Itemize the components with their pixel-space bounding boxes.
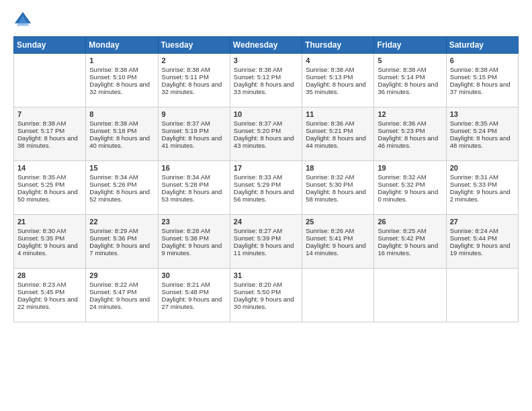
calendar-week-row: 28 Sunrise: 8:23 AM Sunset: 5:45 PM Dayl… bbox=[14, 269, 519, 322]
sunset-text: Sunset: 5:23 PM bbox=[378, 127, 425, 134]
daylight-text: Daylight: 8 hours and 41 minutes. bbox=[162, 134, 222, 149]
calendar-cell: 17 Sunrise: 8:33 AM Sunset: 5:29 PM Dayl… bbox=[230, 161, 302, 215]
sunset-text: Sunset: 5:33 PM bbox=[450, 181, 497, 188]
calendar-table: SundayMondayTuesdayWednesdayThursdayFrid… bbox=[13, 36, 519, 322]
calendar-cell: 16 Sunrise: 8:34 AM Sunset: 5:28 PM Dayl… bbox=[158, 161, 230, 215]
logo bbox=[13, 11, 35, 30]
daylight-text: Daylight: 8 hours and 32 minutes. bbox=[89, 81, 150, 95]
calendar-cell: 24 Sunrise: 8:27 AM Sunset: 5:39 PM Dayl… bbox=[230, 215, 302, 269]
daylight-text: Daylight: 9 hours and 4 minutes. bbox=[17, 242, 78, 257]
calendar-week-row: 14 Sunrise: 8:35 AM Sunset: 5:25 PM Dayl… bbox=[14, 161, 519, 215]
daylight-text: Daylight: 8 hours and 43 minutes. bbox=[234, 134, 294, 149]
calendar-cell: 29 Sunrise: 8:22 AM Sunset: 5:47 PM Dayl… bbox=[86, 269, 158, 322]
daylight-text: Daylight: 8 hours and 32 minutes. bbox=[162, 81, 222, 95]
sunrise-text: Sunrise: 8:25 AM bbox=[378, 227, 426, 234]
calendar-cell: 7 Sunrise: 8:38 AM Sunset: 5:17 PM Dayli… bbox=[14, 107, 86, 161]
sunrise-text: Sunrise: 8:32 AM bbox=[378, 173, 426, 181]
calendar-day-header: Wednesday bbox=[230, 37, 302, 54]
sunrise-text: Sunrise: 8:38 AM bbox=[89, 120, 138, 127]
sunset-text: Sunset: 5:10 PM bbox=[89, 73, 136, 81]
daylight-text: Daylight: 9 hours and 0 minutes. bbox=[378, 188, 438, 203]
sunset-text: Sunset: 5:30 PM bbox=[306, 181, 353, 188]
sunrise-text: Sunrise: 8:23 AM bbox=[17, 281, 66, 288]
sunrise-text: Sunrise: 8:20 AM bbox=[234, 281, 282, 288]
daylight-text: Daylight: 9 hours and 2 minutes. bbox=[450, 188, 511, 203]
day-number: 12 bbox=[378, 110, 442, 118]
day-number: 24 bbox=[234, 218, 298, 226]
daylight-text: Daylight: 9 hours and 22 minutes. bbox=[17, 295, 78, 310]
sunrise-text: Sunrise: 8:33 AM bbox=[234, 173, 282, 181]
sunset-text: Sunset: 5:12 PM bbox=[234, 73, 281, 81]
calendar-cell: 23 Sunrise: 8:28 AM Sunset: 5:38 PM Dayl… bbox=[158, 215, 230, 269]
sunrise-text: Sunrise: 8:38 AM bbox=[306, 66, 354, 73]
daylight-text: Daylight: 8 hours and 58 minutes. bbox=[306, 188, 366, 203]
day-number: 19 bbox=[378, 164, 442, 172]
daylight-text: Daylight: 8 hours and 53 minutes. bbox=[162, 188, 222, 203]
day-number: 18 bbox=[306, 164, 370, 172]
sunset-text: Sunset: 5:38 PM bbox=[162, 234, 209, 242]
daylight-text: Daylight: 8 hours and 44 minutes. bbox=[306, 134, 366, 149]
sunrise-text: Sunrise: 8:36 AM bbox=[306, 120, 354, 127]
calendar-cell: 27 Sunrise: 8:24 AM Sunset: 5:44 PM Dayl… bbox=[446, 215, 518, 269]
day-number: 28 bbox=[17, 271, 82, 279]
sunset-text: Sunset: 5:42 PM bbox=[378, 234, 425, 242]
day-number: 29 bbox=[89, 271, 154, 279]
day-number: 10 bbox=[234, 110, 298, 118]
sunset-text: Sunset: 5:35 PM bbox=[17, 234, 64, 242]
calendar-cell: 12 Sunrise: 8:36 AM Sunset: 5:23 PM Dayl… bbox=[374, 107, 446, 161]
calendar-day-header: Friday bbox=[374, 37, 446, 54]
sunrise-text: Sunrise: 8:32 AM bbox=[306, 173, 354, 181]
calendar-cell bbox=[302, 269, 374, 322]
day-number: 27 bbox=[450, 218, 515, 226]
daylight-text: Daylight: 9 hours and 16 minutes. bbox=[378, 242, 438, 257]
sunset-text: Sunset: 5:47 PM bbox=[89, 288, 136, 295]
calendar-cell: 19 Sunrise: 8:32 AM Sunset: 5:32 PM Dayl… bbox=[374, 161, 446, 215]
calendar-day-header: Tuesday bbox=[158, 37, 230, 54]
sunrise-text: Sunrise: 8:38 AM bbox=[162, 66, 210, 73]
day-number: 30 bbox=[162, 271, 226, 279]
daylight-text: Daylight: 8 hours and 52 minutes. bbox=[89, 188, 150, 203]
daylight-text: Daylight: 8 hours and 38 minutes. bbox=[17, 134, 78, 149]
sunset-text: Sunset: 5:41 PM bbox=[306, 234, 353, 242]
sunset-text: Sunset: 5:45 PM bbox=[17, 288, 64, 295]
calendar-cell: 2 Sunrise: 8:38 AM Sunset: 5:11 PM Dayli… bbox=[158, 54, 230, 107]
page: SundayMondayTuesdayWednesdayThursdayFrid… bbox=[0, 0, 532, 411]
sunset-text: Sunset: 5:36 PM bbox=[89, 234, 136, 242]
day-number: 11 bbox=[306, 110, 370, 118]
calendar-cell: 22 Sunrise: 8:29 AM Sunset: 5:36 PM Dayl… bbox=[86, 215, 158, 269]
calendar-week-row: 7 Sunrise: 8:38 AM Sunset: 5:17 PM Dayli… bbox=[14, 107, 519, 161]
calendar-cell: 10 Sunrise: 8:37 AM Sunset: 5:20 PM Dayl… bbox=[230, 107, 302, 161]
sunset-text: Sunset: 5:39 PM bbox=[234, 234, 281, 242]
daylight-text: Daylight: 9 hours and 7 minutes. bbox=[89, 242, 150, 257]
calendar-day-header: Sunday bbox=[14, 37, 86, 54]
calendar-cell: 4 Sunrise: 8:38 AM Sunset: 5:13 PM Dayli… bbox=[302, 54, 374, 107]
logo-icon bbox=[13, 11, 32, 30]
day-number: 8 bbox=[89, 110, 154, 118]
daylight-text: Daylight: 8 hours and 33 minutes. bbox=[234, 81, 294, 95]
daylight-text: Daylight: 8 hours and 50 minutes. bbox=[17, 188, 78, 203]
calendar-cell: 20 Sunrise: 8:31 AM Sunset: 5:33 PM Dayl… bbox=[446, 161, 518, 215]
sunrise-text: Sunrise: 8:29 AM bbox=[89, 227, 138, 234]
sunset-text: Sunset: 5:18 PM bbox=[89, 127, 136, 134]
daylight-text: Daylight: 8 hours and 40 minutes. bbox=[89, 134, 150, 149]
calendar-cell bbox=[446, 269, 518, 322]
day-number: 7 bbox=[17, 110, 82, 118]
calendar-week-row: 1 Sunrise: 8:38 AM Sunset: 5:10 PM Dayli… bbox=[14, 54, 519, 107]
day-number: 9 bbox=[162, 110, 226, 118]
day-number: 31 bbox=[234, 271, 298, 279]
calendar-cell: 6 Sunrise: 8:38 AM Sunset: 5:15 PM Dayli… bbox=[446, 54, 518, 107]
sunset-text: Sunset: 5:21 PM bbox=[306, 127, 353, 134]
calendar-cell: 21 Sunrise: 8:30 AM Sunset: 5:35 PM Dayl… bbox=[14, 215, 86, 269]
calendar-cell: 28 Sunrise: 8:23 AM Sunset: 5:45 PM Dayl… bbox=[14, 269, 86, 322]
daylight-text: Daylight: 8 hours and 35 minutes. bbox=[306, 81, 366, 95]
sunrise-text: Sunrise: 8:24 AM bbox=[450, 227, 498, 234]
sunset-text: Sunset: 5:26 PM bbox=[89, 181, 136, 188]
daylight-text: Daylight: 9 hours and 9 minutes. bbox=[162, 242, 222, 257]
sunrise-text: Sunrise: 8:31 AM bbox=[450, 173, 498, 181]
sunrise-text: Sunrise: 8:35 AM bbox=[450, 120, 498, 127]
day-number: 4 bbox=[306, 56, 370, 64]
day-number: 3 bbox=[234, 56, 298, 64]
day-number: 14 bbox=[17, 164, 82, 172]
sunset-text: Sunset: 5:15 PM bbox=[450, 73, 497, 81]
sunset-text: Sunset: 5:19 PM bbox=[162, 127, 209, 134]
